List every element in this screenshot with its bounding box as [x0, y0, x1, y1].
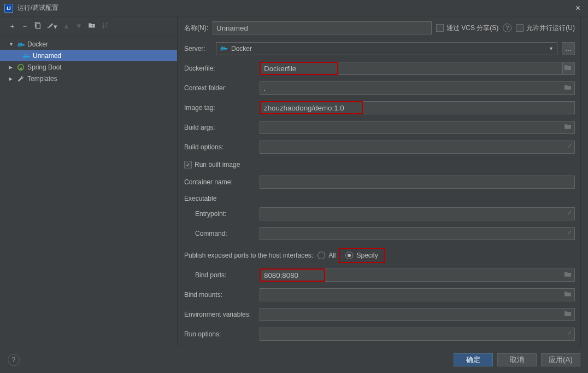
- imagetag-label: Image tag:: [184, 104, 255, 112]
- buildopts-label: Build options:: [184, 143, 255, 151]
- checkbox-icon: [516, 24, 524, 32]
- expand-icon[interactable]: ⤢: [567, 330, 572, 336]
- dockerfile-label: Dockerfile:: [184, 65, 255, 72]
- name-input[interactable]: [213, 21, 432, 34]
- imagetag-input[interactable]: [260, 101, 363, 114]
- expand-icon[interactable]: ⤢: [567, 209, 572, 215]
- runbuilt-checkbox[interactable]: ✓ Run built image: [184, 161, 240, 168]
- tree-label: Unnamed: [33, 52, 61, 60]
- runopts-label: Run options:: [184, 330, 255, 338]
- publish-label: Publish exposed ports to the host interf…: [184, 252, 313, 259]
- context-label: Context folder:: [184, 84, 255, 92]
- scrollbar[interactable]: [580, 16, 588, 346]
- folder-icon[interactable]: [564, 84, 572, 92]
- tree-label: Spring Boot: [27, 63, 62, 71]
- tree-label: Templates: [27, 75, 57, 83]
- bindports-label: Bind ports:: [184, 271, 255, 279]
- docker-icon: [16, 41, 25, 48]
- bindports-input[interactable]: [260, 269, 325, 282]
- help-icon[interactable]: ?: [503, 24, 511, 32]
- close-icon[interactable]: ×: [572, 3, 584, 13]
- executable-title: Executable: [184, 195, 575, 202]
- tree-unnamed[interactable]: Unnamed: [0, 50, 177, 61]
- wrench-icon: [16, 75, 25, 83]
- folder-icon[interactable]: [564, 291, 572, 299]
- allow-parallel-checkbox[interactable]: 允许并行运行(U): [516, 24, 575, 33]
- down-icon[interactable]: ▼: [75, 22, 83, 30]
- radio-selected-icon: [345, 252, 353, 259]
- buildopts-input[interactable]: [260, 141, 575, 154]
- server-label: Server:: [184, 45, 211, 53]
- checkbox-checked-icon: ✓: [184, 161, 192, 168]
- publish-specify-radio[interactable]: Specify: [340, 249, 383, 262]
- expand-icon[interactable]: ⤢: [567, 143, 572, 149]
- context-input[interactable]: [260, 81, 575, 95]
- config-toolbar: ＋ － ▾ ▲ ▼: [0, 16, 177, 36]
- tree-spring-boot[interactable]: ▶ Spring Boot: [0, 61, 177, 73]
- left-panel: ＋ － ▾ ▲ ▼ ▼ Docker: [0, 16, 178, 346]
- tree-templates[interactable]: ▶ Templates: [0, 73, 177, 84]
- expand-icon[interactable]: ⤢: [567, 229, 572, 235]
- radio-icon: [317, 252, 325, 259]
- bindmounts-label: Bind mounts:: [184, 291, 255, 299]
- chevron-right-icon: ▶: [9, 65, 14, 70]
- right-panel: 名称(N): 通过 VCS 分享(S) ? 允许并行运行(U) Server: …: [178, 16, 580, 346]
- docker-icon: [220, 45, 228, 53]
- checkbox-icon: [436, 24, 444, 32]
- apply-button[interactable]: 应用(A): [541, 353, 580, 366]
- imagetag-input-rest[interactable]: [363, 101, 575, 114]
- chevron-down-icon: ▼: [549, 46, 554, 51]
- container-label: Container name:: [184, 178, 255, 186]
- chevron-right-icon: ▶: [9, 76, 14, 81]
- command-input[interactable]: [260, 227, 575, 240]
- config-tree: ▼ Docker Unnamed ▶ Spring Boot: [0, 36, 177, 346]
- buildargs-label: Build args:: [184, 124, 255, 131]
- footer: ? 确定 取消 应用(A): [0, 346, 588, 373]
- server-more-button[interactable]: …: [562, 42, 575, 55]
- folder-icon[interactable]: [564, 311, 572, 319]
- share-vcs-checkbox[interactable]: 通过 VCS 分享(S): [436, 24, 498, 33]
- bindmounts-input[interactable]: [260, 288, 575, 301]
- folder-icon[interactable]: [564, 271, 572, 279]
- app-icon: IJ: [4, 4, 13, 13]
- command-label: Command:: [184, 230, 255, 237]
- settings-icon[interactable]: ▾: [46, 22, 57, 31]
- folder-icon[interactable]: [564, 65, 572, 73]
- sort-icon[interactable]: [101, 22, 108, 31]
- env-label: Environment variables:: [184, 311, 255, 318]
- publish-all-radio[interactable]: All: [317, 252, 336, 259]
- runopts-input[interactable]: [260, 328, 575, 341]
- window-title: 运行/调试配置: [17, 3, 572, 13]
- server-dropdown[interactable]: Docker ▼: [216, 42, 557, 55]
- chevron-down-icon: ▼: [9, 42, 14, 47]
- svg-rect-1: [36, 24, 40, 28]
- buildargs-input[interactable]: [260, 121, 575, 134]
- remove-icon[interactable]: －: [21, 21, 28, 31]
- container-input[interactable]: [260, 176, 575, 189]
- spring-icon: [16, 63, 25, 71]
- entrypoint-label: Entrypoint:: [184, 210, 255, 218]
- name-label: 名称(N):: [184, 24, 208, 33]
- dockerfile-input[interactable]: [260, 62, 338, 75]
- docker-icon: [22, 53, 31, 59]
- up-icon[interactable]: ▲: [63, 22, 70, 30]
- env-input[interactable]: [260, 308, 575, 321]
- entrypoint-input[interactable]: [260, 207, 575, 220]
- tree-label: Docker: [27, 40, 48, 48]
- dockerfile-input-rest[interactable]: [338, 62, 563, 75]
- copy-icon[interactable]: [34, 22, 41, 31]
- folder-move-icon[interactable]: [88, 22, 96, 31]
- titlebar: IJ 运行/调试配置 ×: [0, 0, 588, 16]
- help-button[interactable]: ?: [8, 354, 20, 366]
- folder-icon[interactable]: [564, 124, 572, 132]
- ok-button[interactable]: 确定: [454, 353, 493, 366]
- cancel-button[interactable]: 取消: [497, 353, 537, 366]
- add-icon[interactable]: ＋: [9, 21, 16, 31]
- bindports-input-rest[interactable]: [325, 269, 575, 282]
- tree-docker[interactable]: ▼ Docker: [0, 38, 177, 50]
